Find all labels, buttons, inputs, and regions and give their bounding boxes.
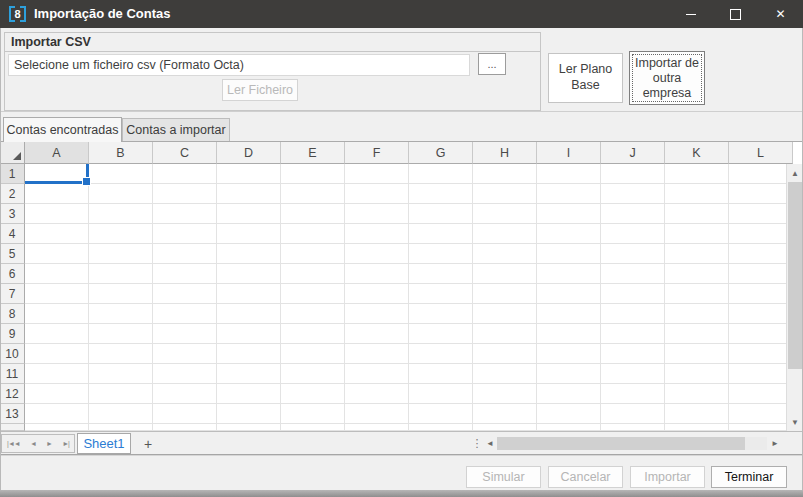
cell-D-partial[interactable] xyxy=(217,424,281,431)
cell-D8[interactable] xyxy=(217,304,281,324)
csv-file-input[interactable] xyxy=(8,54,470,76)
tab-contas-a-importar[interactable]: Contas a importar xyxy=(122,118,230,141)
column-header-I[interactable]: I xyxy=(537,142,601,164)
row-header-9[interactable]: 9 xyxy=(0,324,25,344)
row-header-12[interactable]: 12 xyxy=(0,384,25,404)
horizontal-scrollbar[interactable] xyxy=(497,437,767,450)
cell-F13[interactable] xyxy=(345,404,409,424)
cell-I1[interactable] xyxy=(537,164,601,184)
cell-B9[interactable] xyxy=(89,324,153,344)
cell-K8[interactable] xyxy=(665,304,729,324)
cell-D1[interactable] xyxy=(217,164,281,184)
cell-A6[interactable] xyxy=(25,264,89,284)
horizontal-scrollbar-thumb[interactable] xyxy=(497,437,745,450)
cell-F2[interactable] xyxy=(345,184,409,204)
cell-D10[interactable] xyxy=(217,344,281,364)
cell-H1[interactable] xyxy=(473,164,537,184)
column-header-K[interactable]: K xyxy=(665,142,729,164)
cell-L9[interactable] xyxy=(729,324,793,344)
cell-G7[interactable] xyxy=(409,284,473,304)
cell-K1[interactable] xyxy=(665,164,729,184)
cell-K7[interactable] xyxy=(665,284,729,304)
cell-J6[interactable] xyxy=(601,264,665,284)
cell-C-partial[interactable] xyxy=(153,424,217,431)
row-header-3[interactable]: 3 xyxy=(0,204,25,224)
cell-K3[interactable] xyxy=(665,204,729,224)
cell-G4[interactable] xyxy=(409,224,473,244)
cell-I2[interactable] xyxy=(537,184,601,204)
cell-C4[interactable] xyxy=(153,224,217,244)
cell-F9[interactable] xyxy=(345,324,409,344)
cell-H10[interactable] xyxy=(473,344,537,364)
cell-F5[interactable] xyxy=(345,244,409,264)
cell-L7[interactable] xyxy=(729,284,793,304)
cell-I6[interactable] xyxy=(537,264,601,284)
cell-H13[interactable] xyxy=(473,404,537,424)
cell-K2[interactable] xyxy=(665,184,729,204)
cell-L10[interactable] xyxy=(729,344,793,364)
cell-J5[interactable] xyxy=(601,244,665,264)
browse-button[interactable]: ... xyxy=(478,53,506,75)
cell-G-partial[interactable] xyxy=(409,424,473,431)
cell-G10[interactable] xyxy=(409,344,473,364)
cell-I5[interactable] xyxy=(537,244,601,264)
cell-G9[interactable] xyxy=(409,324,473,344)
cell-K4[interactable] xyxy=(665,224,729,244)
cell-C5[interactable] xyxy=(153,244,217,264)
cell-E8[interactable] xyxy=(281,304,345,324)
row-header-11[interactable]: 11 xyxy=(0,364,25,384)
vertical-scrollbar[interactable]: ▲ ▼ xyxy=(786,164,803,431)
cell-J3[interactable] xyxy=(601,204,665,224)
cell-C1[interactable] xyxy=(153,164,217,184)
cell-A9[interactable] xyxy=(25,324,89,344)
cell-J1[interactable] xyxy=(601,164,665,184)
cell-K6[interactable] xyxy=(665,264,729,284)
first-sheet-icon[interactable]: |◄◄ xyxy=(7,440,20,447)
cell-B2[interactable] xyxy=(89,184,153,204)
cell-C13[interactable] xyxy=(153,404,217,424)
cell-L12[interactable] xyxy=(729,384,793,404)
cell-F-partial[interactable] xyxy=(345,424,409,431)
cell-D3[interactable] xyxy=(217,204,281,224)
cell-B7[interactable] xyxy=(89,284,153,304)
row-header-partial[interactable] xyxy=(0,424,25,431)
cell-C10[interactable] xyxy=(153,344,217,364)
row-header-7[interactable]: 7 xyxy=(0,284,25,304)
cancelar-button[interactable]: Cancelar xyxy=(548,466,623,488)
cell-A7[interactable] xyxy=(25,284,89,304)
cell-B12[interactable] xyxy=(89,384,153,404)
cell-L8[interactable] xyxy=(729,304,793,324)
cell-A12[interactable] xyxy=(25,384,89,404)
column-header-E[interactable]: E xyxy=(281,142,345,164)
cell-K-partial[interactable] xyxy=(665,424,729,431)
cell-J11[interactable] xyxy=(601,364,665,384)
cell-J-partial[interactable] xyxy=(601,424,665,431)
cell-E5[interactable] xyxy=(281,244,345,264)
column-header-G[interactable]: G xyxy=(409,142,473,164)
cell-F12[interactable] xyxy=(345,384,409,404)
cell-C12[interactable] xyxy=(153,384,217,404)
row-header-4[interactable]: 4 xyxy=(0,224,25,244)
cell-J10[interactable] xyxy=(601,344,665,364)
column-header-H[interactable]: H xyxy=(473,142,537,164)
cell-K12[interactable] xyxy=(665,384,729,404)
cell-J8[interactable] xyxy=(601,304,665,324)
row-header-10[interactable]: 10 xyxy=(0,344,25,364)
cell-I13[interactable] xyxy=(537,404,601,424)
cell-H3[interactable] xyxy=(473,204,537,224)
scroll-down-icon[interactable]: ▼ xyxy=(787,414,803,430)
cell-A3[interactable] xyxy=(25,204,89,224)
cell-E4[interactable] xyxy=(281,224,345,244)
row-header-8[interactable]: 8 xyxy=(0,304,25,324)
cell-L4[interactable] xyxy=(729,224,793,244)
cell-B4[interactable] xyxy=(89,224,153,244)
cell-B6[interactable] xyxy=(89,264,153,284)
cell-K13[interactable] xyxy=(665,404,729,424)
cell-E9[interactable] xyxy=(281,324,345,344)
column-header-A[interactable]: A xyxy=(25,142,89,164)
cell-L6[interactable] xyxy=(729,264,793,284)
cell-J12[interactable] xyxy=(601,384,665,404)
cell-F10[interactable] xyxy=(345,344,409,364)
cell-G5[interactable] xyxy=(409,244,473,264)
cell-K9[interactable] xyxy=(665,324,729,344)
